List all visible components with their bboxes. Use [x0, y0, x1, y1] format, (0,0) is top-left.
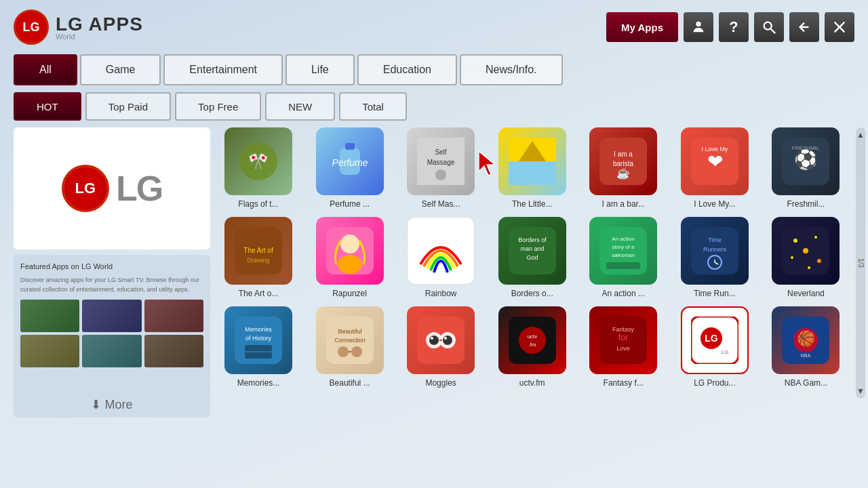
app-label-rapunzel: Rapunzel — [332, 289, 367, 298]
scroll-down-arrow[interactable]: ▼ — [856, 386, 865, 396]
svg-point-72 — [431, 337, 433, 340]
app-item-borders[interactable]: Borders of man and God Borders o... — [495, 217, 570, 298]
app-icon-borders: Borders of man and God — [498, 217, 566, 285]
svg-point-64 — [338, 346, 349, 357]
app-item-little[interactable]: The Little... — [495, 127, 570, 209]
svg-rect-8 — [345, 143, 355, 150]
user-icon-button[interactable] — [684, 12, 713, 42]
app-item-lgprodu[interactable]: LG LG LG Produ... — [677, 306, 752, 388]
app-icon-selfmas: Self Massage — [407, 127, 475, 195]
category-tab-life[interactable]: Life — [285, 54, 355, 85]
app-item-memories[interactable]: Memories of History Memories... — [221, 306, 296, 388]
close-icon-button[interactable] — [825, 12, 854, 42]
svg-rect-42 — [606, 262, 640, 269]
app-item-freshmil[interactable]: ⚽ FRESHMIL Freshmil... — [768, 127, 843, 209]
beautiful-icon-svg: Beautiful Connection — [326, 317, 374, 364]
back-icon — [797, 20, 812, 35]
app-icon-little — [498, 127, 566, 195]
app-icon-rapunzel — [316, 217, 384, 285]
app-item-beautiful[interactable]: Beautiful Connection Beautiful ... — [313, 306, 387, 388]
artof-icon-svg: The Art of Drawing — [235, 227, 282, 274]
app-item-barista[interactable]: I am a barista ☕ I am a bar... — [586, 127, 660, 209]
filter-tab-hot[interactable]: HOT — [14, 92, 81, 121]
svg-text:Self: Self — [435, 148, 447, 156]
app-label-neverland: Neverland — [787, 289, 825, 298]
lg-logo: LG — [14, 9, 49, 45]
timerun-icon-svg: Time Runners — [691, 227, 738, 274]
scroll-indicator: ▲ 1/3 ▼ — [856, 127, 865, 399]
app-label-barista: I am a bar... — [602, 199, 645, 209]
help-icon-button[interactable]: ? — [719, 12, 749, 42]
perfume-icon-svg: Perfume — [326, 138, 374, 185]
app-item-uctv[interactable]: uctv .fm uctv.fm — [495, 306, 570, 388]
app-icon-rainbow — [407, 217, 475, 285]
freshmil-icon-svg: ⚽ FRESHMIL — [782, 138, 829, 185]
category-tab-education[interactable]: Education — [357, 54, 457, 85]
svg-text:God: God — [526, 254, 538, 261]
svg-text:Memories: Memories — [245, 326, 272, 333]
filter-tab-topfree[interactable]: Top Free — [175, 92, 261, 121]
my-apps-button[interactable]: My Apps — [606, 12, 678, 42]
svg-text:❤: ❤ — [707, 151, 722, 172]
app-item-timerun[interactable]: Time Runners Time Run... — [677, 217, 752, 298]
category-tab-game[interactable]: Game — [80, 54, 161, 85]
app-item-anaction[interactable]: An action story of a salesman An action … — [586, 217, 660, 298]
app-label-perfume: Perfume ... — [330, 199, 370, 209]
app-item-perfume[interactable]: Perfume Perfume ... — [313, 127, 387, 209]
category-tab-newsinfo[interactable]: News/Info. — [460, 54, 563, 85]
app-label-ilovemy: I Love My... — [694, 199, 735, 209]
back-icon-button[interactable] — [789, 12, 819, 42]
svg-point-55 — [808, 266, 810, 269]
promo-thumb-6 — [144, 335, 203, 367]
svg-text:Love: Love — [617, 345, 631, 352]
app-item-selfmas[interactable]: Self Massage Self Mas... — [403, 127, 478, 209]
rapunzel-icon-svg — [326, 227, 374, 274]
app-item-fantasy[interactable]: Fantasy for Love Fantasy f... — [586, 306, 660, 388]
svg-text:The Art of: The Art of — [243, 247, 273, 254]
promo-thumb-5 — [82, 335, 141, 367]
search-icon-button[interactable] — [754, 12, 784, 42]
svg-text:Borders of: Borders of — [518, 237, 547, 243]
svg-text:Connection: Connection — [334, 337, 366, 344]
svg-text:Runners: Runners — [703, 246, 727, 253]
app-item-rapunzel[interactable]: Rapunzel — [313, 217, 387, 298]
app-item-ilovemy[interactable]: ❤ I Love My I Love My... — [677, 127, 752, 209]
app-item-nbagam[interactable]: 🏀 NBA NBA Gam... — [768, 306, 843, 388]
svg-text:uctv: uctv — [527, 333, 537, 340]
svg-point-0 — [696, 22, 701, 26]
svg-point-52 — [803, 248, 808, 253]
category-tab-entertainment[interactable]: Entertainment — [163, 54, 283, 85]
app-item-neverland[interactable]: Neverland — [768, 217, 843, 298]
filter-tab-toppaid[interactable]: Top Paid — [85, 92, 171, 121]
svg-text:🎌: 🎌 — [248, 151, 269, 171]
app-label-selfmas: Self Mas... — [422, 199, 460, 209]
app-label-freshmil: Freshmil... — [787, 199, 825, 209]
filter-tab-new[interactable]: NEW — [265, 92, 335, 121]
category-tab-all[interactable]: All — [14, 54, 77, 85]
filter-tab-total[interactable]: Total — [339, 92, 407, 121]
app-icon-barista: I am a barista ☕ — [589, 127, 657, 195]
app-item-flags[interactable]: 🎌 Flags of t... — [221, 127, 296, 209]
app-item-moggles[interactable]: Moggles — [403, 306, 478, 388]
moggles-icon-svg — [417, 317, 465, 364]
svg-text:I am a: I am a — [614, 150, 633, 158]
scroll-up-arrow[interactable]: ▲ — [856, 130, 865, 140]
svg-text:LG: LG — [705, 333, 718, 344]
filter-tabs: HOT Top Paid Top Free NEW Total — [14, 92, 854, 121]
svg-text:FRESHMIL: FRESHMIL — [792, 145, 820, 151]
rainbow-icon-svg — [417, 227, 465, 274]
app-item-rainbow[interactable]: Rainbow — [403, 217, 478, 298]
app-icon-neverland — [772, 217, 840, 285]
promo-top-banner: LG LG — [14, 127, 210, 249]
svg-text:🏀: 🏀 — [797, 329, 816, 348]
scroll-page-indicator: 1/3 — [857, 258, 865, 268]
header: LG LG APPS World My Apps ? — [0, 0, 868, 54]
svg-text:I Love My: I Love My — [701, 146, 728, 152]
svg-point-1 — [764, 22, 772, 30]
app-label-flags: Flags of t... — [238, 199, 278, 209]
lgprodu-icon-svg: LG LG — [691, 317, 738, 364]
promo-thumb-2 — [82, 300, 141, 332]
app-label-little: The Little... — [512, 199, 552, 209]
app-label-fantasy: Fantasy f... — [604, 378, 644, 388]
app-item-artof[interactable]: The Art of Drawing The Art o... — [221, 217, 296, 298]
